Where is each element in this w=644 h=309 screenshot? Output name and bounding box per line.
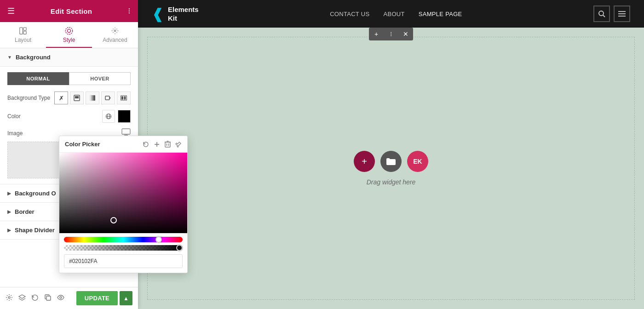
section-toolbar: + ⁝ ✕: [369, 28, 413, 40]
cp-alpha-slider[interactable]: [64, 245, 183, 251]
settings-icon: [6, 294, 13, 301]
section-add-btn[interactable]: +: [369, 28, 384, 40]
cp-add-btn[interactable]: [154, 141, 160, 148]
widget-add-btn[interactable]: +: [354, 151, 375, 172]
update-arrow-button[interactable]: ▲: [120, 291, 132, 305]
color-field: [102, 110, 131, 123]
eyedropper-icon: [175, 141, 182, 148]
style-tab-label: Style: [63, 37, 75, 43]
gradient-icon: [89, 95, 96, 101]
svg-rect-2: [23, 31, 26, 34]
svg-point-30: [60, 297, 62, 298]
bg-type-video-btn[interactable]: [101, 92, 115, 104]
state-tab-hover[interactable]: HOVER: [69, 72, 131, 85]
drag-text: Drag widget here: [367, 178, 416, 186]
widget-ek-btn[interactable]: EK: [407, 151, 428, 172]
color-label: Color: [7, 113, 102, 120]
svg-rect-13: [124, 97, 126, 100]
section-close-btn[interactable]: ✕: [398, 28, 413, 40]
background-type-controls: ✗: [54, 92, 131, 104]
bg-type-none-btn[interactable]: ✗: [54, 92, 68, 104]
footer-icons: [6, 294, 64, 303]
shape-divider-title: Shape Divider: [15, 227, 55, 234]
menu-nav-btn[interactable]: [614, 6, 630, 22]
background-chevron-icon: ▼: [7, 55, 12, 60]
cp-title: Color Picker: [65, 141, 100, 148]
tab-style[interactable]: Style: [46, 22, 92, 48]
grid-icon[interactable]: ⁝: [128, 6, 131, 16]
panel-footer: UPDATE ▲: [0, 287, 138, 309]
bg-type-classic-btn[interactable]: [70, 92, 84, 104]
color-globe-btn[interactable]: [102, 110, 115, 123]
drop-section: + EK Drag widget here: [147, 37, 635, 300]
color-row: Color: [7, 110, 131, 123]
background-type-row: Background Type ✗: [7, 92, 131, 104]
classic-icon: [74, 95, 80, 101]
left-panel: ☰ Edit Section ⁝ Layout Style: [0, 0, 138, 309]
svg-rect-17: [122, 129, 130, 134]
hex-input-field[interactable]: [64, 254, 183, 268]
footer-duplicate-icon[interactable]: [44, 294, 52, 303]
trash-icon: [165, 141, 171, 148]
cp-hue-thumb[interactable]: [155, 236, 162, 243]
svg-point-5: [114, 30, 116, 32]
svg-rect-7: [75, 96, 79, 98]
footer-layers-icon[interactable]: [18, 294, 26, 303]
logo-line2: Kit: [168, 14, 199, 23]
cp-delete-btn[interactable]: [165, 141, 171, 148]
footer-settings-icon[interactable]: [6, 294, 13, 303]
tab-layout[interactable]: Layout: [0, 22, 46, 48]
nav-sample-page[interactable]: SAMPLE PAGE: [419, 11, 462, 17]
slideshow-icon: [121, 95, 127, 101]
search-icon: [598, 10, 605, 17]
update-button[interactable]: UPDATE: [76, 291, 118, 305]
hamburger-icon[interactable]: ☰: [7, 6, 15, 16]
footer-history-icon[interactable]: [31, 294, 39, 303]
logo-text: Elements Kit: [168, 5, 199, 23]
widget-folder-btn[interactable]: [380, 151, 402, 172]
monitor-icon: [121, 128, 131, 136]
svg-rect-8: [90, 95, 95, 101]
cp-eyedropper-btn[interactable]: [175, 141, 182, 148]
background-section-title: Background: [16, 54, 51, 61]
tab-advanced[interactable]: Advanced: [92, 22, 138, 48]
background-section-header[interactable]: ▼ Background: [0, 48, 138, 67]
border-title: Border: [15, 208, 34, 215]
widget-actions: + EK: [354, 151, 428, 172]
cp-gradient-area[interactable]: [59, 153, 187, 233]
cp-hue-slider[interactable]: [64, 237, 183, 242]
site-logo: ❰ Elements Kit: [152, 5, 199, 23]
video-icon: [105, 95, 111, 101]
svg-rect-29: [46, 296, 51, 300]
cp-alpha-thumb[interactable]: [176, 245, 183, 251]
background-type-label: Background Type: [7, 95, 54, 101]
color-picker-popup: Color Picker: [59, 136, 188, 273]
site-nav-actions: [593, 6, 630, 22]
svg-rect-1: [23, 28, 26, 30]
svg-rect-9: [105, 96, 109, 100]
svg-marker-28: [19, 295, 25, 298]
site-nav-links: CONTACT US ABOUT SAMPLE PAGE: [330, 11, 462, 17]
cp-reset-btn[interactable]: [143, 141, 149, 148]
state-tab-normal[interactable]: NORMAL: [7, 72, 69, 85]
panel-tabs: Layout Style Advanced: [0, 22, 138, 48]
nav-contact[interactable]: CONTACT US: [330, 11, 369, 17]
cp-header: Color Picker: [59, 136, 187, 153]
svg-rect-12: [121, 97, 123, 100]
svg-point-3: [67, 29, 70, 32]
site-navbar: ❰ Elements Kit CONTACT US ABOUT SAMPLE P…: [138, 0, 644, 28]
cp-hex-input: [64, 254, 183, 268]
svg-point-31: [599, 11, 604, 16]
site-content: + EK Drag widget here: [138, 28, 644, 309]
nav-about[interactable]: ABOUT: [383, 11, 404, 17]
color-swatch[interactable]: [118, 110, 131, 123]
shape-divider-chevron: ▶: [7, 228, 11, 233]
search-nav-btn[interactable]: [593, 6, 610, 22]
bg-type-slideshow-btn[interactable]: [117, 92, 131, 104]
panel-header: ☰ Edit Section ⁝: [0, 0, 138, 22]
section-move-btn[interactable]: ⁝: [384, 28, 398, 40]
layout-tab-label: Layout: [15, 37, 31, 43]
bg-type-gradient-btn[interactable]: [86, 92, 99, 104]
folder-icon: [386, 157, 396, 166]
footer-visibility-icon[interactable]: [57, 294, 64, 303]
